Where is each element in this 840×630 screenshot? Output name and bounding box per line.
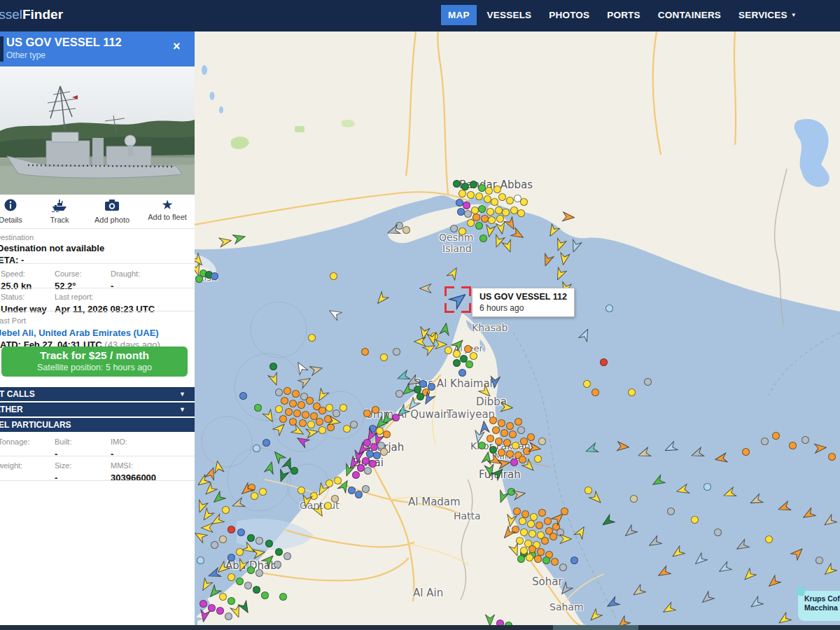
vessel-marker[interactable] xyxy=(542,556,550,564)
vessel-marker[interactable] xyxy=(300,494,314,509)
vessel-marker[interactable] xyxy=(557,252,572,267)
vessel-marker[interactable] xyxy=(464,210,472,218)
vessel-marker[interactable] xyxy=(598,512,616,530)
vessel-marker[interactable] xyxy=(461,183,469,190)
vessel-marker[interactable] xyxy=(503,439,511,447)
vessel-marker[interactable] xyxy=(275,388,283,396)
vessel-marker[interactable] xyxy=(520,198,528,206)
vessel-marker[interactable] xyxy=(481,215,489,223)
vessel-marker[interactable] xyxy=(463,202,470,209)
vessel-marker[interactable] xyxy=(306,397,314,405)
vessel-marker[interactable] xyxy=(472,430,486,444)
vessel-marker[interactable] xyxy=(227,597,235,605)
vessel-marker[interactable] xyxy=(453,180,461,188)
vessel-marker[interactable] xyxy=(293,410,301,417)
vessel-marker[interactable] xyxy=(698,589,715,607)
vessel-marker[interactable] xyxy=(227,526,235,533)
vessel-marker[interactable] xyxy=(800,506,818,524)
vessel-marker[interactable] xyxy=(236,578,244,585)
vessel-marker[interactable] xyxy=(458,190,466,197)
vessel-marker[interactable] xyxy=(362,457,370,465)
vessel-marker[interactable] xyxy=(486,435,494,442)
vessel-marker[interactable] xyxy=(284,387,291,395)
vessel-marker[interactable] xyxy=(237,528,245,536)
vessel-marker[interactable] xyxy=(761,438,769,445)
vessel-marker[interactable] xyxy=(393,348,400,356)
vessel-marker[interactable] xyxy=(363,410,371,417)
vessel-marker[interactable] xyxy=(517,555,525,563)
vessel-marker[interactable] xyxy=(219,593,227,601)
vessel-marker[interactable] xyxy=(227,573,235,581)
vessel-marker[interactable] xyxy=(372,290,390,307)
vessel-marker[interactable] xyxy=(537,548,545,556)
vessel-marker[interactable] xyxy=(222,506,230,514)
vessel-marker[interactable] xyxy=(561,507,568,515)
vessel-marker[interactable] xyxy=(236,548,244,556)
vessel-marker[interactable] xyxy=(517,209,525,217)
vessel-marker[interactable] xyxy=(816,556,823,564)
vessel-marker[interactable] xyxy=(534,455,542,463)
vessel-marker[interactable] xyxy=(813,441,827,455)
vessel-marker[interactable] xyxy=(402,226,410,234)
vessel-marker[interactable] xyxy=(538,438,546,445)
vessel-marker[interactable] xyxy=(484,195,491,203)
vessel-marker[interactable] xyxy=(230,496,246,512)
vessel-marker[interactable] xyxy=(538,509,546,517)
vessel-marker[interactable] xyxy=(492,426,500,434)
vessel-marker[interactable] xyxy=(496,620,504,626)
vessel-marker[interactable] xyxy=(577,326,594,343)
vessel-marker[interactable] xyxy=(584,486,592,494)
vessel-marker[interactable] xyxy=(247,566,255,574)
vessel-marker[interactable] xyxy=(266,371,282,387)
vessel-marker[interactable] xyxy=(545,223,562,240)
vessel-marker[interactable] xyxy=(289,400,297,407)
vessel-marker[interactable] xyxy=(636,445,652,461)
vessel-marker[interactable] xyxy=(604,595,622,612)
vessel-marker[interactable] xyxy=(348,486,356,494)
vessel-marker[interactable] xyxy=(526,554,533,561)
vessel-marker[interactable] xyxy=(527,520,535,528)
vessel-marker[interactable] xyxy=(748,492,764,509)
vessel-marker[interactable] xyxy=(458,369,466,377)
vessel-marker[interactable] xyxy=(262,460,278,475)
vessel-marker[interactable] xyxy=(232,230,247,246)
vessel-marker[interactable] xyxy=(453,359,461,367)
vessel-marker[interactable] xyxy=(275,405,283,413)
vessel-marker[interactable] xyxy=(309,362,324,377)
vessel-marker[interactable] xyxy=(662,440,679,456)
vessel-marker[interactable] xyxy=(426,332,440,346)
vessel-marker[interactable] xyxy=(324,502,332,510)
vessel-marker[interactable] xyxy=(262,439,270,447)
vessel-marker[interactable] xyxy=(714,451,729,466)
vessel-marker[interactable] xyxy=(470,181,477,188)
vessel-marker[interactable] xyxy=(667,507,675,515)
vessel-marker[interactable] xyxy=(646,534,664,552)
vessel-marker[interactable] xyxy=(343,425,351,433)
vessel-marker[interactable] xyxy=(438,322,453,337)
vessel-marker[interactable] xyxy=(534,555,542,563)
vessel-marker[interactable] xyxy=(691,516,699,524)
vessel-marker[interactable] xyxy=(513,507,521,515)
vessel-marker[interactable] xyxy=(491,198,498,206)
vessel-marker[interactable] xyxy=(561,210,575,224)
vessel-marker[interactable] xyxy=(331,495,339,503)
vessel-marker[interactable] xyxy=(668,544,686,561)
track-button[interactable]: Track xyxy=(35,198,84,224)
vessel-marker[interactable] xyxy=(253,586,260,594)
vessel-marker[interactable] xyxy=(352,471,360,479)
vessel-marker[interactable] xyxy=(539,252,555,268)
vessel-marker[interactable] xyxy=(475,192,483,200)
vessel-marker[interactable] xyxy=(506,197,514,204)
vessel-marker[interactable] xyxy=(628,388,636,396)
vessel-marker[interactable] xyxy=(820,561,838,579)
vessel-marker[interactable] xyxy=(253,444,260,452)
nav-item-photos[interactable]: PHOTOS xyxy=(542,5,596,25)
vessel-marker[interactable] xyxy=(559,533,572,545)
vessel-marker[interactable] xyxy=(567,238,583,254)
vessel-marker[interactable] xyxy=(764,573,782,591)
vessel-marker[interactable] xyxy=(510,458,518,466)
vessel-marker[interactable] xyxy=(465,360,473,368)
vessel-marker[interactable] xyxy=(765,536,773,543)
vessel-marker[interactable] xyxy=(471,206,479,214)
vessel-marker[interactable] xyxy=(318,407,326,414)
